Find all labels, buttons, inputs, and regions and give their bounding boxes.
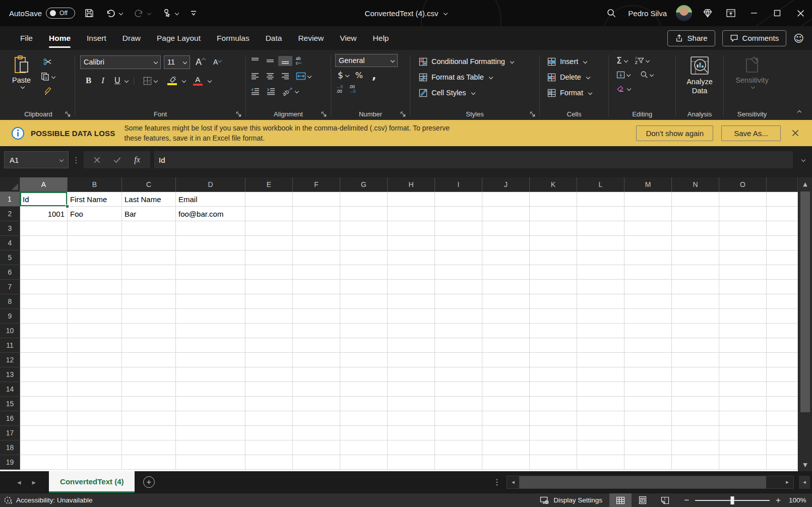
cell-F13[interactable] xyxy=(293,367,340,382)
cell-D18[interactable] xyxy=(176,440,245,455)
row-header-19[interactable]: 19 xyxy=(0,455,20,470)
cell-partial-19[interactable] xyxy=(767,455,798,470)
cell-K9[interactable] xyxy=(530,309,577,324)
cell-J15[interactable] xyxy=(482,397,530,411)
cell-E8[interactable] xyxy=(245,294,293,309)
tab-insert[interactable]: Insert xyxy=(79,26,114,50)
cell-M16[interactable] xyxy=(624,411,672,426)
cell-D12[interactable] xyxy=(176,353,245,367)
fill-handle[interactable] xyxy=(66,205,69,208)
cell-H1[interactable] xyxy=(388,192,435,207)
cell-J9[interactable] xyxy=(482,309,530,324)
cell-N16[interactable] xyxy=(672,411,719,426)
cell-F18[interactable] xyxy=(293,440,340,455)
cell-H17[interactable] xyxy=(388,426,435,440)
cell-H6[interactable] xyxy=(388,265,435,280)
cell-H12[interactable] xyxy=(388,353,435,367)
formula-input[interactable]: Id xyxy=(153,151,793,168)
cell-O1[interactable] xyxy=(719,192,767,207)
font-color-button[interactable]: A xyxy=(191,75,205,87)
formula-bar-grip-icon[interactable]: ⋮ xyxy=(72,155,81,165)
cell-F9[interactable] xyxy=(293,309,340,324)
percent-button[interactable]: % xyxy=(353,70,365,81)
autosave-toggle[interactable]: AutoSave Off xyxy=(9,8,75,19)
cell-D14[interactable] xyxy=(176,382,245,397)
cell-B18[interactable] xyxy=(68,440,122,455)
cell-E19[interactable] xyxy=(245,455,293,470)
cell-N14[interactable] xyxy=(672,382,719,397)
cell-F17[interactable] xyxy=(293,426,340,440)
column-header-E[interactable]: E xyxy=(245,177,293,192)
cell-N12[interactable] xyxy=(672,353,719,367)
cell-O8[interactable] xyxy=(719,294,767,309)
cell-A8[interactable] xyxy=(20,294,68,309)
cell-D10[interactable] xyxy=(176,324,245,338)
cell-F19[interactable] xyxy=(293,455,340,470)
cell-M19[interactable] xyxy=(624,455,672,470)
delete-cells-button[interactable]: Delete xyxy=(545,70,606,85)
cell-M17[interactable] xyxy=(624,426,672,440)
vertical-scroll-thumb[interactable] xyxy=(800,192,810,412)
cell-A4[interactable] xyxy=(20,236,68,250)
italic-button[interactable]: I xyxy=(99,75,107,87)
cell-F7[interactable] xyxy=(293,280,340,294)
previous-sheet-icon[interactable]: ◂ xyxy=(17,478,21,487)
cell-partial-12[interactable] xyxy=(767,353,798,367)
cell-H3[interactable] xyxy=(388,221,435,236)
column-header-L[interactable]: L xyxy=(577,177,624,192)
scroll-right-icon[interactable]: ▸ xyxy=(781,479,793,485)
orientation-button[interactable]: ab→ xyxy=(279,87,301,96)
clear-button[interactable] xyxy=(614,84,633,94)
copy-button[interactable] xyxy=(38,71,57,82)
cell-partial-17[interactable] xyxy=(767,426,798,440)
cell-I8[interactable] xyxy=(435,294,482,309)
display-settings-button[interactable]: Display Settings xyxy=(533,493,609,507)
cell-N10[interactable] xyxy=(672,324,719,338)
shrink-font-button[interactable]: A xyxy=(211,57,224,67)
cell-G7[interactable] xyxy=(340,280,388,294)
fill-color-button[interactable] xyxy=(165,75,179,86)
cancel-entry-button[interactable] xyxy=(88,157,106,163)
cell-K14[interactable] xyxy=(530,382,577,397)
name-box[interactable]: A1 xyxy=(4,151,69,168)
cell-D2[interactable]: foo@bar.com xyxy=(176,207,245,221)
cell-K18[interactable] xyxy=(530,440,577,455)
cell-K6[interactable] xyxy=(530,265,577,280)
cell-L19[interactable] xyxy=(577,455,624,470)
cell-partial-7[interactable] xyxy=(767,280,798,294)
cell-L15[interactable] xyxy=(577,397,624,411)
cell-K3[interactable] xyxy=(530,221,577,236)
cell-H14[interactable] xyxy=(388,382,435,397)
cell-C6[interactable] xyxy=(122,265,176,280)
cell-L13[interactable] xyxy=(577,367,624,382)
merge-center-button[interactable] xyxy=(293,71,314,81)
cell-A18[interactable] xyxy=(20,440,68,455)
insert-cells-button[interactable]: Insert xyxy=(545,54,606,69)
cell-partial-16[interactable] xyxy=(767,411,798,426)
cell-B4[interactable] xyxy=(68,236,122,250)
row-header-10[interactable]: 10 xyxy=(0,324,20,338)
cell-G18[interactable] xyxy=(340,440,388,455)
cell-partial-10[interactable] xyxy=(767,324,798,338)
currency-dropdown-icon[interactable] xyxy=(345,73,349,77)
cell-E7[interactable] xyxy=(245,280,293,294)
cell-L2[interactable] xyxy=(577,207,624,221)
cell-G3[interactable] xyxy=(340,221,388,236)
cell-G1[interactable] xyxy=(340,192,388,207)
cell-O13[interactable] xyxy=(719,367,767,382)
cell-N18[interactable] xyxy=(672,440,719,455)
cell-N6[interactable] xyxy=(672,265,719,280)
cell-D19[interactable] xyxy=(176,455,245,470)
cell-C16[interactable] xyxy=(122,411,176,426)
cell-F2[interactable] xyxy=(293,207,340,221)
cell-E10[interactable] xyxy=(245,324,293,338)
cell-E15[interactable] xyxy=(245,397,293,411)
cell-K19[interactable] xyxy=(530,455,577,470)
cell-I5[interactable] xyxy=(435,250,482,265)
cell-C11[interactable] xyxy=(122,338,176,353)
cell-D8[interactable] xyxy=(176,294,245,309)
cell-B7[interactable] xyxy=(68,280,122,294)
decrease-decimal-button[interactable]: .00→0 xyxy=(349,85,355,94)
touch-mode-dropdown-icon[interactable] xyxy=(175,11,179,15)
cell-I6[interactable] xyxy=(435,265,482,280)
